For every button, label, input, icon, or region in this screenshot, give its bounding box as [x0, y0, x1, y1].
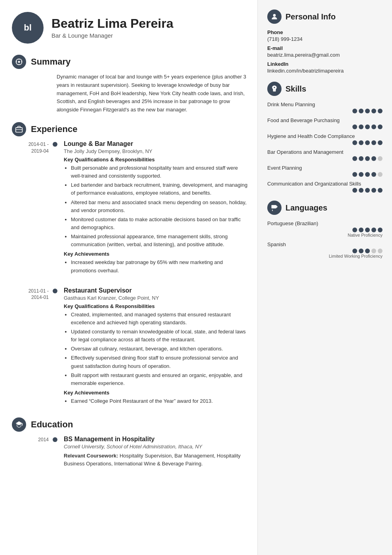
skills-icon — [267, 82, 282, 96]
job-dot-0 — [53, 142, 57, 147]
personal-info-header: Personal Info — [267, 10, 382, 24]
experience-icon — [12, 122, 26, 136]
list-item: Led bartender and barback recruitment, t… — [71, 181, 249, 197]
edu-item-0: 2014 BS Management in Hospitality Cornel… — [19, 436, 249, 468]
languages-svg-icon — [270, 204, 278, 212]
job-title-1: Restaurant Supervisor — [64, 287, 249, 294]
dot — [365, 249, 370, 253]
dot — [359, 188, 363, 193]
skill-item-3: Bar Operations and Management — [267, 149, 382, 161]
list-item: Effectively supervised dining floor staf… — [71, 354, 249, 370]
education-title: Education — [31, 419, 73, 430]
list-item: Built rapport with restaurant guests and… — [71, 371, 249, 387]
dot — [359, 249, 363, 253]
dot — [371, 124, 376, 129]
skills-header: Skills — [267, 82, 382, 96]
svg-point-1 — [18, 61, 20, 63]
summary-icon — [12, 55, 26, 69]
job-qualifications-heading-1: Key Qualifications & Responsibilities — [64, 303, 249, 309]
dot — [365, 188, 370, 193]
svg-marker-13 — [276, 205, 278, 208]
dot — [352, 172, 357, 177]
experience-section-header: Experience — [12, 122, 249, 136]
dot — [378, 249, 382, 253]
job-title-0: Lounge & Bar Manager — [64, 140, 249, 147]
dot — [378, 109, 382, 113]
skills-section: Skills Drink Menu Planning Food and Beve… — [267, 82, 382, 193]
job-place-0: The Jolly Judy Dempsey, Brooklyn, NY — [64, 148, 249, 154]
skill-dots-2 — [267, 140, 382, 145]
lang-proficiency-0: Native Proficiency — [267, 233, 382, 237]
header-text: Beatriz Lima Pereira Bar & Lounge Manage… — [51, 17, 173, 39]
dot — [365, 172, 370, 177]
list-item: Oversaw all culinary, restaurant, bevera… — [71, 345, 249, 353]
skill-item-0: Drink Menu Planning — [267, 101, 382, 113]
svg-marker-8 — [16, 421, 23, 425]
experience-timeline: 2014-01 - 2019-04 Lounge & Bar Manager T… — [19, 140, 249, 406]
avatar: bl — [12, 12, 44, 44]
job-date-1: 2011-01 - 2014-01 — [19, 287, 53, 301]
job-place-1: Gasthaus Karl Kranzer, College Point, NY — [64, 295, 249, 301]
job-qualifications-list-1: Created, implemented, and managed system… — [64, 311, 249, 387]
skill-name-4: Event Planning — [267, 165, 382, 171]
job-content-1: Restaurant Supervisor Gasthaus Karl Kran… — [64, 287, 249, 406]
job-item-1: 2011-01 - 2014-01 Restaurant Supervisor … — [19, 287, 249, 406]
skill-dots-1 — [267, 124, 382, 129]
skills-title: Skills — [285, 84, 306, 94]
right-column: Personal Info Phone (718) 999-1234 E-mai… — [257, 0, 392, 555]
job-content-0: Lounge & Bar Manager The Jolly Judy Demp… — [64, 140, 249, 276]
phone-label: Phone — [267, 29, 382, 35]
dot — [352, 188, 357, 193]
candidate-subtitle: Bar & Lounge Manager — [51, 32, 173, 39]
skill-dots-0 — [267, 109, 382, 113]
skill-item-5: Communication and Organizational Skills — [267, 181, 382, 193]
summary-text: Dynamic manager of local bar and lounge … — [57, 73, 249, 114]
dot — [371, 249, 376, 253]
job-qualifications-list-0: Built personable and professional hospit… — [64, 164, 249, 249]
skill-name-0: Drink Menu Planning — [267, 101, 382, 107]
languages-icon — [267, 201, 282, 215]
education-svg-icon — [15, 421, 23, 429]
list-item: Earned “College Point Restaurant of the … — [71, 397, 249, 405]
list-item: Updated constantly to remain knowledgeab… — [71, 328, 249, 344]
lang-item-0: Portuguese (Brazilian) Native Proficienc… — [267, 220, 382, 237]
dot — [378, 140, 382, 145]
dot — [365, 124, 370, 129]
experience-svg-icon — [15, 125, 23, 133]
dot — [378, 172, 382, 177]
job-date-0: 2014-01 - 2019-04 — [19, 140, 53, 155]
personal-info-icon — [267, 10, 282, 24]
summary-section-header: Summary — [12, 55, 249, 69]
dot — [352, 140, 357, 145]
skill-item-4: Event Planning — [267, 165, 382, 177]
dot — [371, 188, 376, 193]
dot — [378, 124, 382, 129]
job-qualifications-heading-0: Key Qualifications & Responsibilities — [64, 157, 249, 163]
phone-value: (718) 999-1234 — [267, 36, 382, 42]
dot — [371, 156, 376, 161]
lang-dots-1 — [267, 249, 382, 253]
edu-place-0: Cornell University, School of Hotel Admi… — [64, 444, 249, 450]
skill-name-2: Hygiene and Health Code Compliance — [267, 133, 382, 139]
edu-coursework-0: Relevant Coursework: Hospitality Supervi… — [64, 452, 249, 468]
education-icon — [12, 417, 26, 432]
dot — [359, 109, 363, 113]
dot — [359, 172, 363, 177]
dot — [365, 140, 370, 145]
dot — [371, 140, 376, 145]
skill-dots-4 — [267, 172, 382, 177]
job-dot-1 — [53, 289, 57, 293]
dot — [352, 228, 357, 232]
linkedin-value: linkedin.com/in/beatrizlimapereira — [267, 68, 382, 74]
dot — [371, 172, 376, 177]
candidate-name: Beatriz Lima Pereira — [51, 17, 173, 31]
education-section-header: Education — [12, 417, 249, 432]
skill-item-2: Hygiene and Health Code Compliance — [267, 133, 382, 145]
dot — [378, 228, 382, 232]
job-achievements-list-0: Increased weekday bar patronage by 65% w… — [64, 258, 249, 274]
dot — [365, 228, 370, 232]
linkedin-label: LinkedIn — [267, 61, 382, 67]
skill-name-5: Communication and Organizational Skills — [267, 181, 382, 187]
skill-dots-3 — [267, 156, 382, 161]
education-timeline: 2014 BS Management in Hospitality Cornel… — [19, 436, 249, 468]
